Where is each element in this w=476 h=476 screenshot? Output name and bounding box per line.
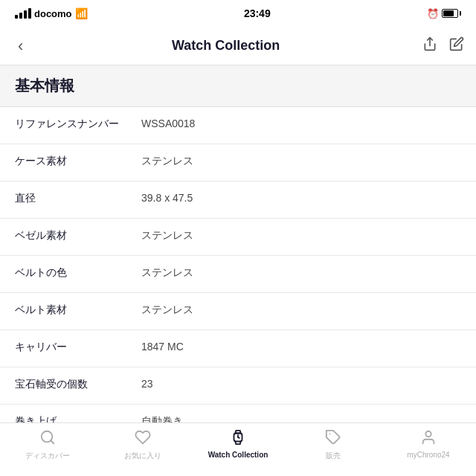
svg-line-2 [51,440,54,443]
row-value-3: ステンレス [141,229,461,242]
watch-icon [230,429,246,448]
row-value-2: 39.8 x 47.5 [141,192,461,204]
svg-line-5 [238,437,239,438]
back-button[interactable]: ‹ [12,30,29,62]
tab-sale[interactable]: 販売 [286,429,381,461]
edit-icon[interactable] [449,36,464,55]
carrier-label: docomo [34,8,72,19]
row-label-5: ベルト素材 [15,303,141,317]
nav-title: Watch Collection [172,38,280,54]
status-bar: docomo 📶 23:49 ⏰ [0,0,476,27]
detail-list: リファレンスナンバー WSSA0018 ケース素材 ステンレス 直径 39.8 … [0,107,476,442]
table-row: キャリバー 1847 MC [0,330,476,367]
clock: 23:49 [244,7,271,19]
status-left: docomo 📶 [15,7,88,19]
row-value-0: WSSA0018 [141,118,461,129]
svg-point-7 [425,431,431,437]
row-label-7: 宝石軸受の個数 [15,378,141,391]
table-row: ベルト素材 ステンレス [0,293,476,330]
row-value-7: 23 [141,378,461,390]
tab-favorites[interactable]: お気に入り [95,429,190,461]
person-icon [420,429,437,448]
row-value-1: ステンレス [141,155,461,168]
signal-icon [15,8,31,19]
table-row: ベルトの色 ステンレス [0,256,476,293]
table-row: ケース素材 ステンレス [0,144,476,181]
tag-icon [325,429,341,448]
wifi-icon: 📶 [75,7,88,19]
row-value-5: ステンレス [141,303,461,317]
tab-label-favorites: お気に入り [124,451,161,461]
table-row: 直径 39.8 x 47.5 [0,181,476,219]
table-row: リファレンスナンバー WSSA0018 [0,107,476,144]
tab-label-discover: ディスカバー [25,451,70,461]
heart-icon [135,429,151,448]
row-value-6: 1847 MC [141,341,461,353]
row-label-3: ベゼル素材 [15,229,141,242]
row-label-2: 直径 [15,192,141,205]
tab-label-collection: Watch Collection [208,451,268,459]
tab-discover[interactable]: ディスカバー [0,429,95,461]
row-label-0: リファレンスナンバー [15,118,141,131]
alarm-icon: ⏰ [427,8,439,19]
battery-icon [442,9,461,18]
table-row: ベゼル素材 ステンレス [0,219,476,256]
tab-bar: ディスカバー お気に入り Watch Collection 販売 myChron… [0,422,476,476]
row-label-1: ケース素材 [15,155,141,168]
nav-bar: ‹ Watch Collection [0,27,476,65]
row-label-4: ベルトの色 [15,266,141,280]
nav-actions [422,36,464,55]
status-right: ⏰ [427,8,461,19]
tab-label-mychrono: myChrono24 [407,451,449,459]
tab-collection[interactable]: Watch Collection [190,429,286,459]
row-label-6: キャリバー [15,341,141,354]
section-header: 基本情報 [0,65,476,107]
share-icon[interactable] [422,36,437,55]
table-row: 宝石軸受の個数 23 [0,367,476,405]
tab-label-sale: 販売 [326,451,341,461]
row-value-4: ステンレス [141,266,461,280]
search-icon [39,429,56,448]
tab-mychrono[interactable]: myChrono24 [381,429,476,459]
